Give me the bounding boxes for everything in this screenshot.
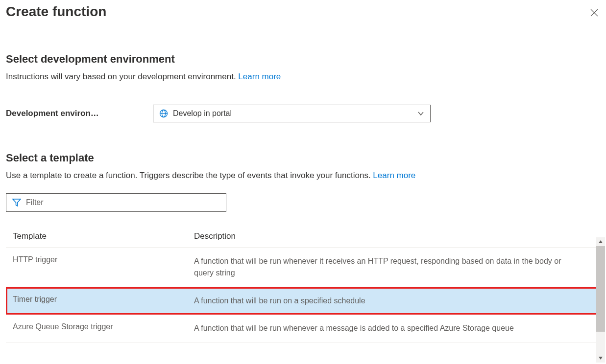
svg-marker-7 — [599, 357, 603, 360]
filter-icon — [12, 198, 21, 207]
template-section-desc: Use a template to create a function. Tri… — [6, 169, 600, 182]
filter-input[interactable] — [26, 198, 220, 207]
globe-icon — [159, 109, 168, 118]
dropdown-value: Develop in portal — [173, 109, 417, 118]
vertical-scrollbar[interactable] — [596, 237, 605, 363]
template-section: Select a template Use a template to crea… — [6, 152, 600, 343]
row-template-name: Timer trigger — [13, 295, 194, 307]
scroll-down-arrow[interactable] — [596, 354, 605, 363]
svg-marker-6 — [599, 240, 603, 243]
table-row[interactable]: HTTP triggerA function that will be run … — [6, 248, 600, 287]
env-learn-more-link[interactable]: Learn more — [238, 72, 281, 81]
page-title: Create function — [6, 4, 106, 20]
env-section-desc: Instructions will vary based on your dev… — [6, 70, 600, 83]
template-desc-text: Use a template to create a function. Tri… — [6, 171, 373, 180]
scroll-thumb[interactable] — [596, 246, 605, 332]
environment-section: Select development environment Instructi… — [6, 53, 600, 122]
row-description: A function that will be run whenever it … — [194, 255, 593, 279]
table-header: Template Description — [6, 226, 600, 248]
table-row[interactable]: Timer triggerA function that will be run… — [6, 287, 600, 315]
close-icon — [590, 9, 598, 19]
env-desc-text: Instructions will vary based on your dev… — [6, 72, 238, 81]
template-table: Template Description HTTP triggerA funct… — [6, 226, 600, 342]
svg-marker-5 — [13, 199, 21, 206]
table-row[interactable]: Azure Queue Storage triggerA function th… — [6, 315, 600, 342]
col-header-template[interactable]: Template — [13, 231, 194, 241]
dev-env-dropdown[interactable]: Develop in portal — [153, 105, 431, 122]
close-button[interactable] — [588, 8, 600, 20]
template-section-title: Select a template — [6, 152, 600, 164]
env-section-title: Select development environment — [6, 53, 600, 66]
dev-env-label: Development environ… — [6, 109, 153, 118]
row-description: A function that will be run on a specifi… — [194, 295, 442, 307]
chevron-down-icon — [417, 110, 424, 117]
row-description: A function that will be run whenever a m… — [194, 322, 593, 334]
col-header-description[interactable]: Description — [194, 231, 593, 241]
row-template-name: Azure Queue Storage trigger — [13, 322, 194, 334]
row-template-name: HTTP trigger — [13, 255, 194, 279]
scroll-up-arrow[interactable] — [596, 237, 605, 246]
template-learn-more-link[interactable]: Learn more — [373, 171, 415, 180]
filter-box[interactable] — [6, 193, 226, 212]
